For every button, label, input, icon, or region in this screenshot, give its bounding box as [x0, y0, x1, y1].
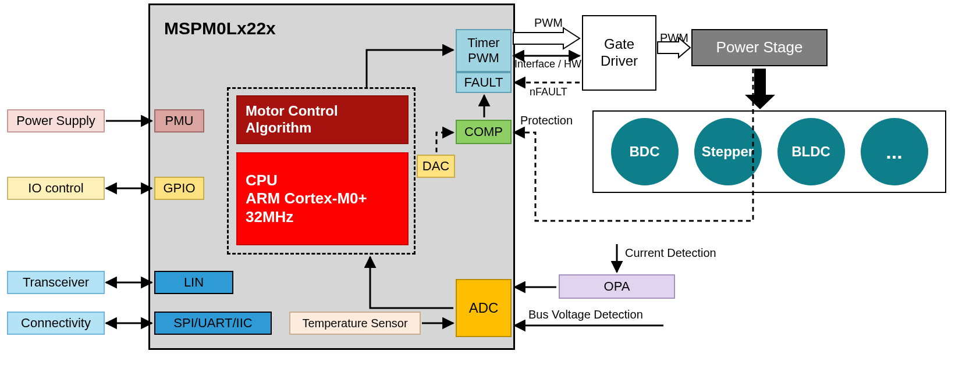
power-stage-block: Power Stage [691, 29, 828, 66]
motor-control-algorithm-block: Motor Control Algorithm [236, 95, 409, 144]
pwm-hollow-arrow-1 [513, 28, 580, 49]
dac-block: DAC [417, 155, 455, 178]
temperature-sensor-block: Temperature Sensor [289, 312, 421, 335]
diagram-stage: MSPM0Lx22x Motor Control Algorithm CPU A… [0, 0, 980, 365]
motor-type-more: ... [861, 118, 928, 185]
label-bus-voltage: Bus Voltage Detection [528, 308, 643, 321]
adc-block: ADC [456, 279, 512, 337]
power-supply-block: Power Supply [7, 109, 105, 133]
pmu-block: PMU [154, 109, 204, 133]
spi-uart-iic-block: SPI/UART/IIC [154, 312, 272, 335]
connectivity-block: Connectivity [7, 312, 105, 335]
gate-driver-block: Gate Driver [582, 15, 656, 91]
chip-title: MSPM0Lx22x [164, 19, 276, 38]
label-current-detection: Current Detection [625, 246, 716, 260]
power-to-motors-arrow [745, 69, 775, 109]
motor-type-bldc: BLDC [777, 118, 845, 185]
label-interface-hw: Interface / HW [514, 58, 581, 70]
lin-block: LIN [154, 271, 233, 294]
label-nfault: nFAULT [530, 86, 567, 98]
fault-block: FAULT [456, 72, 512, 93]
opa-block: OPA [559, 274, 675, 299]
label-pwm-top: PWM [534, 16, 563, 30]
label-protection: Protection [520, 114, 573, 127]
motor-type-stepper: Stepper [694, 118, 762, 185]
cpu-block: CPU ARM Cortex-M0+ 32MHz [236, 152, 409, 245]
transceiver-block: Transceiver [7, 271, 105, 294]
motor-type-bdc: BDC [611, 118, 679, 185]
gpio-block: GPIO [154, 177, 204, 200]
comp-block: COMP [456, 120, 512, 144]
timer-pwm-block: Timer PWM [456, 29, 512, 72]
label-pwm-right: PWM [660, 31, 688, 45]
io-control-block: IO control [7, 177, 105, 200]
motor-types-group: BDC Stepper BLDC ... [592, 110, 946, 193]
